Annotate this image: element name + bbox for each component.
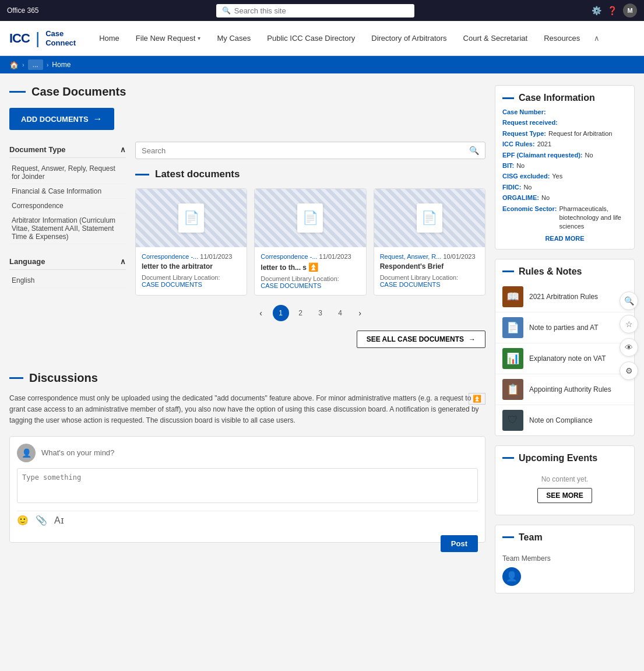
- user-avatar[interactable]: M: [623, 3, 637, 17]
- filter-language-header[interactable]: Language ∧: [9, 254, 126, 270]
- case-info-row-4: EPF (Claimant requested): No: [502, 151, 627, 160]
- add-team-member-button[interactable]: 👤: [502, 567, 521, 586]
- nav-court-secretariat[interactable]: Court & Secretariat: [456, 29, 535, 47]
- post-button[interactable]: Post: [441, 535, 478, 552]
- doc-card-3[interactable]: 📄 Request, Answer, R... 10/01/2023 Respo…: [374, 188, 485, 296]
- filter-item-4[interactable]: Arbitrator Information (Curriculum Vitae…: [9, 213, 126, 244]
- doc-card-location-link-2[interactable]: CASE DOCUMENTS: [261, 282, 360, 289]
- see-all-label: SEE ALL CASE DOCUMENTS: [367, 335, 464, 343]
- help-icon[interactable]: ❓: [607, 6, 617, 15]
- doc-search-icon[interactable]: 🔍: [469, 146, 479, 155]
- case-info-row-8: ORGALIME: No: [502, 194, 627, 202]
- doc-card-type-2[interactable]: Correspondence -...: [261, 253, 317, 260]
- right-sidebar: Case Information Case Number: Request re…: [495, 85, 635, 603]
- doc-card-location-link-1[interactable]: CASE DOCUMENTS: [142, 281, 241, 288]
- upcoming-events-heading: Upcoming Events: [495, 446, 634, 468]
- rule-item-3[interactable]: 📋 Appointing Authority Rules: [495, 374, 634, 405]
- nav-file-new[interactable]: File New Request▾: [129, 29, 208, 47]
- gear-icon[interactable]: ⚙️: [592, 6, 601, 15]
- doc-main: 🔍 Latest documents 📄: [135, 142, 485, 348]
- doc-search-bar[interactable]: 🔍: [135, 142, 485, 159]
- doc-card-meta-1: Correspondence -... 11/01/2023: [142, 253, 241, 260]
- comment-input[interactable]: [17, 468, 478, 503]
- float-search-icon[interactable]: 🔍: [620, 291, 638, 310]
- page-2-button[interactable]: 2: [293, 305, 309, 321]
- top-bar-actions: ⚙️ ❓ M: [592, 3, 637, 17]
- nav-resources[interactable]: Resources: [537, 29, 587, 47]
- top-bar: Office 365 🔍 ⚙️ ❓ M: [0, 0, 644, 21]
- rules-heading-bar: [502, 270, 514, 272]
- doc-card-title-2: letter to th... s ⏫: [261, 262, 360, 272]
- rule-item-1[interactable]: 📄 Note to parties and AT: [495, 312, 634, 343]
- disc-heading-bar: [9, 377, 23, 379]
- doc-card-type-1[interactable]: Correspondence -...: [142, 253, 198, 260]
- page-4-button[interactable]: 4: [332, 305, 349, 321]
- doc-card-1[interactable]: 📄 Correspondence -... 11/01/2023 letter …: [135, 188, 247, 296]
- case-info-label-3: ICC Rules:: [502, 140, 535, 149]
- see-all-arrow-icon: →: [469, 335, 476, 343]
- doc-card-meta-3: Request, Answer, R... 10/01/2023: [380, 253, 479, 260]
- doc-collapse-2[interactable]: ⏫: [308, 262, 318, 272]
- case-documents-heading: Case Documents: [9, 85, 485, 99]
- nav-public-directory[interactable]: Public ICC Case Directory: [260, 29, 362, 47]
- chevron-icon: ▾: [198, 35, 200, 41]
- page-3-button[interactable]: 3: [312, 305, 329, 321]
- emoji-icon[interactable]: 🙂: [17, 515, 29, 526]
- float-gear-icon[interactable]: ⚙: [620, 361, 638, 380]
- read-more-link[interactable]: READ MORE: [502, 235, 627, 242]
- global-search-bar[interactable]: 🔍: [216, 4, 414, 17]
- page-1-button[interactable]: 1: [273, 305, 289, 321]
- next-page-button[interactable]: ›: [352, 305, 368, 321]
- case-info-label-7: FIDIC:: [502, 183, 521, 192]
- nav-my-cases[interactable]: My Cases: [210, 29, 258, 47]
- doc-card-type-3[interactable]: Request, Answer, R...: [380, 253, 442, 260]
- filter-item-3[interactable]: Correspondence: [9, 199, 126, 213]
- comment-box: 👤 What's on your mind? 🙂 📎 Aɪ Post: [9, 436, 485, 543]
- rule-thumb-4: 🛡: [502, 410, 523, 431]
- filter-doc-type-header[interactable]: Document Type ∧: [9, 142, 126, 158]
- doc-search-input[interactable]: [142, 146, 469, 155]
- case-info-value-8: No: [541, 194, 550, 202]
- doc-card-location-link-3[interactable]: CASE DOCUMENTS: [380, 281, 479, 288]
- float-star-icon[interactable]: ☆: [620, 315, 638, 333]
- attachment-icon[interactable]: 📎: [36, 515, 47, 526]
- doc-filter-layout: Document Type ∧ Request, Answer, Reply, …: [9, 142, 485, 348]
- doc-card-title-1: letter to the arbitrator: [142, 262, 241, 270]
- doc-card-date-3: 10/01/2023: [444, 253, 476, 260]
- breadcrumb-parent[interactable]: ...: [28, 59, 43, 70]
- disc-desc-text: Case correspondence must only be uploade…: [9, 394, 479, 424]
- case-info-value-2: Request for Arbitration: [548, 129, 612, 138]
- filter-item-1[interactable]: Request, Answer, Reply, Request for Join…: [9, 161, 126, 184]
- rule-item-4[interactable]: 🛡 Note on Compliance: [495, 405, 634, 435]
- rule-item-0[interactable]: 📖 2021 Arbitration Rules: [495, 282, 634, 312]
- see-all-case-docs-button[interactable]: SEE ALL CASE DOCUMENTS →: [357, 331, 485, 348]
- text-format-icon[interactable]: Aɪ: [54, 515, 64, 526]
- search-icon: 🔍: [222, 6, 231, 15]
- doc-card-2[interactable]: 📄 Correspondence -... 11/01/2023 letter …: [254, 188, 366, 296]
- rule-thumb-0: 📖: [502, 286, 523, 307]
- breadcrumb-home-icon[interactable]: 🏠: [9, 61, 19, 69]
- prev-page-button[interactable]: ‹: [253, 305, 269, 321]
- filter-language-english[interactable]: English: [9, 273, 126, 288]
- rule-item-2[interactable]: 📊 Explanatory note on VAT: [495, 343, 634, 374]
- upcoming-events-card: Upcoming Events No content yet. SEE MORE: [495, 445, 635, 515]
- float-eye-icon[interactable]: 👁: [620, 338, 638, 357]
- search-input[interactable]: [234, 6, 409, 15]
- case-info-label-2: Request Type:: [502, 129, 546, 138]
- rule-label-2: Explanatory note on VAT: [529, 354, 627, 363]
- nav-home[interactable]: Home: [92, 29, 126, 47]
- filter-item-2[interactable]: Financial & Case Information: [9, 184, 126, 199]
- add-documents-button[interactable]: ADD DOCUMENTS →: [9, 108, 114, 130]
- case-info-value-4: No: [585, 151, 593, 160]
- team-members-label: Team Members: [502, 554, 627, 563]
- team-body: Team Members 👤: [495, 547, 634, 593]
- case-info-label-1: Request received:: [502, 118, 558, 127]
- floating-panel: 🔍 ☆ 👁 ⚙: [620, 291, 638, 380]
- nav-expand-icon[interactable]: ∧: [589, 29, 604, 47]
- comment-box-header: 👤 What's on your mind?: [17, 444, 478, 462]
- disc-collapse-button[interactable]: ⏫: [469, 393, 485, 405]
- see-more-button[interactable]: SEE MORE: [537, 488, 592, 503]
- case-info-value-6: Yes: [552, 172, 562, 181]
- nav-arbitrators[interactable]: Directory of Arbitrators: [364, 29, 453, 47]
- discussions-heading: Discussions: [9, 371, 485, 385]
